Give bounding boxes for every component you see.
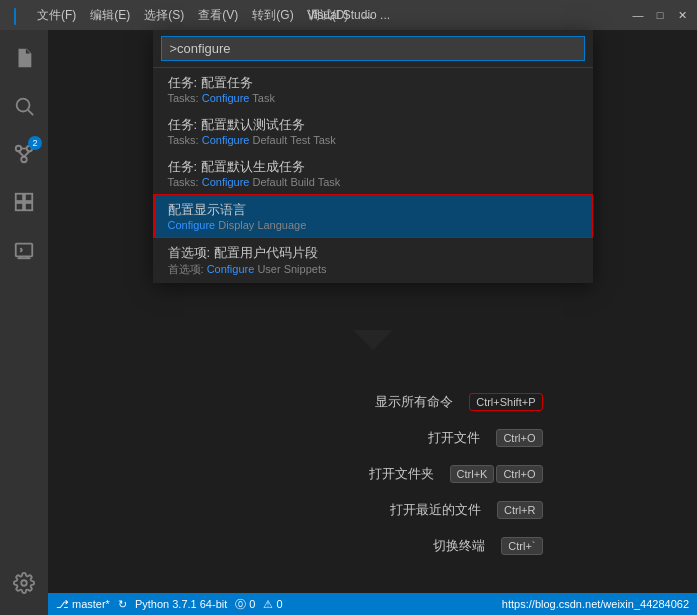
- svg-rect-8: [16, 194, 23, 201]
- shortcut-key-4-0: Ctrl+`: [501, 537, 542, 555]
- cmd-sub-suffix-4: Display Language: [215, 219, 306, 231]
- warning-count[interactable]: ⚠ 0: [263, 598, 282, 611]
- svg-point-2: [16, 146, 22, 152]
- cmd-sub-highlight-3: Configure: [202, 176, 250, 188]
- svg-rect-11: [16, 203, 23, 210]
- cmd-sub-highlight-2: Configure: [202, 134, 250, 146]
- git-branch-label: master*: [72, 598, 110, 610]
- cmd-sub-highlight-1: Configure: [202, 92, 250, 104]
- sidebar-icon-files[interactable]: [0, 34, 48, 82]
- menu-goto[interactable]: 转到(G): [246, 5, 299, 26]
- command-palette: 任务: 配置任务 Tasks: Configure Task 任务: 配置默认测…: [153, 30, 593, 283]
- cmd-sub-suffix-3: Default Build Task: [249, 176, 340, 188]
- shortcut-keys-2: Ctrl+K Ctrl+O: [450, 465, 543, 483]
- cmd-sub-suffix-2: Default Test Task: [249, 134, 335, 146]
- git-branch[interactable]: ⎇ master*: [56, 598, 110, 611]
- git-branch-icon: ⎇: [56, 598, 69, 611]
- svg-line-6: [19, 151, 25, 157]
- dropdown-arrow: [353, 330, 393, 350]
- shortcut-row-2: 打开文件夹 Ctrl+K Ctrl+O: [203, 465, 543, 483]
- shortcut-row-4: 切换终端 Ctrl+`: [203, 537, 543, 555]
- cmd-title-1: 任务: 配置任务: [168, 74, 581, 92]
- shortcut-key-1-0: Ctrl+O: [496, 429, 542, 447]
- cmd-sub-prefix-2: Tasks:: [168, 134, 202, 146]
- svg-line-7: [24, 151, 30, 157]
- cmd-sub-prefix-5: 首选项:: [168, 263, 207, 275]
- cmd-title-2: 任务: 配置默认测试任务: [168, 116, 581, 134]
- close-button[interactable]: ✕: [675, 8, 689, 22]
- menu-view[interactable]: 查看(V): [192, 5, 244, 26]
- svg-point-4: [21, 157, 27, 163]
- sync-icon: ↻: [118, 598, 127, 611]
- cmd-sub-suffix-5: User Snippets: [254, 263, 326, 275]
- maximize-button[interactable]: □: [653, 8, 667, 22]
- sidebar-bottom: [0, 559, 48, 615]
- source-control-badge: 2: [28, 136, 42, 150]
- shortcut-label-3: 打开最近的文件: [203, 501, 482, 519]
- svg-point-0: [17, 99, 30, 112]
- cmd-sub-5: 首选项: Configure User Snippets: [168, 262, 581, 277]
- menu-select[interactable]: 选择(S): [138, 5, 190, 26]
- cmd-title-3: 任务: 配置默认生成任务: [168, 158, 581, 176]
- command-item-1[interactable]: 任务: 配置任务 Tasks: Configure Task: [153, 68, 593, 110]
- shortcut-key-0-0: Ctrl+Shift+P: [469, 393, 542, 411]
- svg-line-17: [20, 250, 22, 252]
- sidebar-icon-settings[interactable]: [0, 559, 48, 607]
- command-item-2[interactable]: 任务: 配置默认测试任务 Tasks: Configure Default Te…: [153, 110, 593, 152]
- shortcut-key-2-1: Ctrl+O: [496, 465, 542, 483]
- sidebar-icon-source-control[interactable]: 2: [0, 130, 48, 178]
- python-version[interactable]: Python 3.7.1 64-bit: [135, 598, 227, 610]
- window-title: Visual Studio ...: [307, 8, 390, 22]
- svg-point-18: [21, 580, 27, 586]
- csdn-url: https://blog.csdn.net/weixin_44284062: [502, 598, 689, 610]
- cmd-sub-4: Configure Display Language: [168, 219, 580, 231]
- cmd-sub-highlight-5: Configure: [207, 263, 255, 275]
- shortcut-label-1: 打开文件: [203, 429, 481, 447]
- shortcut-key-3-0: Ctrl+R: [497, 501, 542, 519]
- cmd-sub-3: Tasks: Configure Default Build Task: [168, 176, 581, 188]
- shortcut-keys-3: Ctrl+R: [497, 501, 542, 519]
- sidebar-icon-search[interactable]: [0, 82, 48, 130]
- cmd-sub-prefix-3: Tasks:: [168, 176, 202, 188]
- sidebar: 2: [0, 30, 48, 615]
- svg-line-1: [28, 110, 33, 115]
- command-item-3[interactable]: 任务: 配置默认生成任务 Tasks: Configure Default Bu…: [153, 152, 593, 194]
- svg-rect-12: [16, 244, 33, 257]
- vscode-logo-icon: ❘: [8, 6, 21, 25]
- shortcut-keys-4: Ctrl+`: [501, 537, 542, 555]
- cmd-sub-2: Tasks: Configure Default Test Task: [168, 134, 581, 146]
- sidebar-icon-extensions[interactable]: [0, 178, 48, 226]
- status-bar-right: https://blog.csdn.net/weixin_44284062: [502, 598, 689, 610]
- shortcut-row-3: 打开最近的文件 Ctrl+R: [203, 501, 543, 519]
- cmd-sub-suffix-1: Task: [249, 92, 274, 104]
- shortcut-label-2: 打开文件夹: [203, 465, 434, 483]
- cmd-sub-1: Tasks: Configure Task: [168, 92, 581, 104]
- cmd-title-4: 配置显示语言: [168, 201, 580, 219]
- command-input[interactable]: [161, 36, 585, 61]
- cmd-sub-prefix-1: Tasks:: [168, 92, 202, 104]
- shortcut-keys-1: Ctrl+O: [496, 429, 542, 447]
- shortcut-label-0: 显示所有命令: [203, 393, 454, 411]
- title-bar: ❘ 文件(F) 编辑(E) 选择(S) 查看(V) 转到(G) 调试(D) ..…: [0, 0, 697, 30]
- minimize-button[interactable]: —: [631, 8, 645, 22]
- shortcut-row-1: 打开文件 Ctrl+O: [203, 429, 543, 447]
- error-count[interactable]: ⓪ 0: [235, 597, 255, 612]
- sidebar-icon-remote[interactable]: [0, 226, 48, 274]
- shortcut-row-0: 显示所有命令 Ctrl+Shift+P: [203, 393, 543, 411]
- menu-file[interactable]: 文件(F): [31, 5, 82, 26]
- command-input-wrap: [153, 30, 593, 68]
- svg-rect-9: [25, 194, 32, 201]
- command-item-5[interactable]: 首选项: 配置用户代码片段 首选项: Configure User Snippe…: [153, 238, 593, 283]
- content-area: 任务: 配置任务 Tasks: Configure Task 任务: 配置默认测…: [48, 30, 697, 615]
- command-item-4[interactable]: 配置显示语言 Configure Display Language: [153, 194, 593, 238]
- main-layout: 2: [0, 30, 697, 615]
- menu-edit[interactable]: 编辑(E): [84, 5, 136, 26]
- shortcut-keys-0: Ctrl+Shift+P: [469, 393, 542, 411]
- cmd-title-5: 首选项: 配置用户代码片段: [168, 244, 581, 262]
- window-controls: — □ ✕: [631, 8, 689, 22]
- svg-rect-10: [25, 203, 32, 210]
- status-bar-left: ⎇ master* ↻ Python 3.7.1 64-bit ⓪ 0 ⚠ 0: [56, 597, 283, 612]
- status-bar: ⎇ master* ↻ Python 3.7.1 64-bit ⓪ 0 ⚠ 0 …: [48, 593, 697, 615]
- sync-status[interactable]: ↻: [118, 598, 127, 611]
- shortcut-info: 显示所有命令 Ctrl+Shift+P 打开文件 Ctrl+O 打开文件夹 Ct…: [48, 393, 697, 555]
